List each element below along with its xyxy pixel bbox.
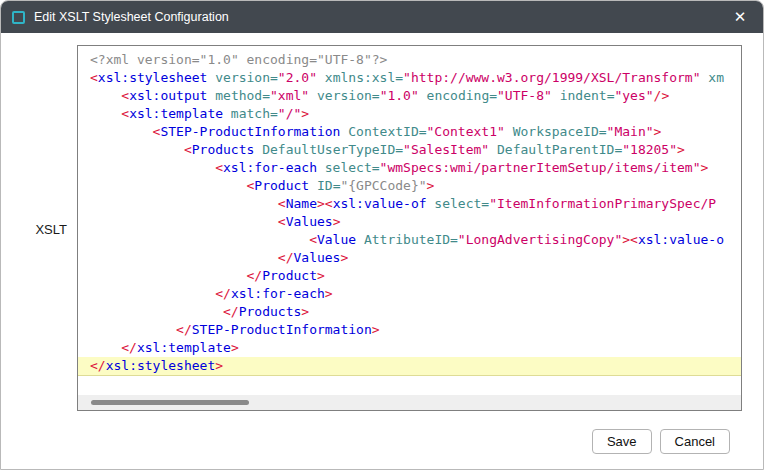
xslt-code-editor[interactable]: <?xml version="1.0" encoding="UTF-8"?><x…	[77, 45, 742, 411]
code-line: <Products DefaultUserTypeID="SalesItem" …	[78, 141, 741, 159]
code-line: <xsl:template match="/">	[78, 105, 741, 123]
scrollbar-thumb[interactable]	[91, 400, 249, 405]
code-line: <Values>	[78, 213, 741, 231]
code-line: </Products>	[78, 303, 741, 321]
code-line: </Product>	[78, 267, 741, 285]
code-line: <?xml version="1.0" encoding="UTF-8"?>	[78, 51, 741, 69]
code-lines: <?xml version="1.0" encoding="UTF-8"?><x…	[78, 51, 741, 376]
code-line: <Product ID="{GPCCode}">	[78, 177, 741, 195]
code-line: </Values>	[78, 249, 741, 267]
code-line: <Value AttributeID="LongAdvertisingCopy"…	[78, 231, 741, 249]
close-icon: ✕	[734, 8, 747, 26]
save-button[interactable]: Save	[592, 429, 652, 454]
cancel-button[interactable]: Cancel	[660, 429, 730, 454]
code-line: </xsl:template>	[78, 339, 741, 357]
horizontal-scrollbar[interactable]	[78, 395, 741, 410]
code-line: <STEP-ProductInformation ContextID="Cont…	[78, 123, 741, 141]
code-line: <xsl:stylesheet version="2.0" xmlns:xsl=…	[78, 69, 741, 87]
code-line: <xsl:output method="xml" version="1.0" e…	[78, 87, 741, 105]
titlebar: Edit XSLT Stylesheet Configuration ✕	[1, 1, 763, 33]
code-line: </STEP-ProductInformation>	[78, 321, 741, 339]
app-icon	[12, 11, 25, 24]
dialog-button-row: Save Cancel	[592, 429, 730, 454]
close-button[interactable]: ✕	[717, 1, 763, 33]
window-title: Edit XSLT Stylesheet Configuration	[34, 10, 229, 24]
code-line-highlighted: </xsl:stylesheet>	[78, 357, 741, 376]
code-line: </xsl:for-each>	[78, 285, 741, 303]
code-line: <Name><xsl:value-of select="ItemInformat…	[78, 195, 741, 213]
dialog-window: Edit XSLT Stylesheet Configuration ✕ XSL…	[0, 0, 764, 470]
xslt-field-label: XSLT	[1, 222, 67, 237]
code-line: <xsl:for-each select="wmSpecs:wmi/partne…	[78, 159, 741, 177]
